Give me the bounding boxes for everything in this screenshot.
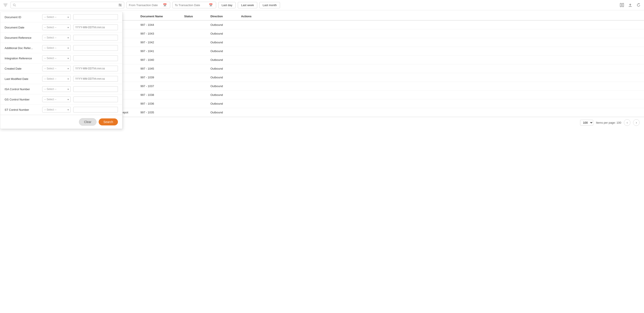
row-direction: Outbound [208, 102, 239, 105]
filter-row-created-date: Created Date-- Select --▾ [0, 64, 122, 74]
filter-select-document-reference[interactable]: -- Select --▾ [42, 35, 71, 41]
from-date-calendar-icon[interactable]: 📅 [163, 3, 167, 7]
svg-rect-12 [622, 3, 624, 7]
last-month-button[interactable]: Last month [260, 2, 280, 8]
row-doc-name: 997 - 1038 [138, 93, 182, 97]
row-doc-name: 997 - 1042 [138, 41, 182, 44]
filter-toggle-button[interactable] [2, 3, 8, 8]
from-date-input[interactable] [129, 4, 162, 7]
row-direction: Outbound [208, 93, 239, 97]
filter-label-isa-control-number: ISA Control Number [4, 88, 40, 91]
row-direction: Outbound [208, 85, 239, 88]
last-week-button[interactable]: Last week [238, 2, 257, 8]
filter-input-st-control-number[interactable] [73, 107, 118, 113]
filter-row-integration-reference: Integration Reference-- Select --▾ [0, 53, 122, 64]
col-header-6: Status [182, 15, 208, 18]
filter-input-integration-reference[interactable] [73, 55, 118, 61]
filter-input-document-date[interactable] [73, 25, 118, 30]
filter-input-gs-control-number[interactable] [73, 97, 118, 102]
filter-select-created-date[interactable]: -- Select --▾ [42, 66, 71, 71]
last-day-button[interactable]: Last day [218, 2, 236, 8]
filter-label-document-id: Document ID [4, 16, 40, 19]
next-page-button[interactable]: › [633, 119, 640, 126]
filter-label-integration-reference: Integration Reference [4, 57, 40, 60]
row-doc-name: 997 - 1040 [138, 58, 182, 62]
filter-input-created-date[interactable] [73, 66, 118, 71]
svg-point-9 [120, 5, 121, 6]
search-icon [13, 4, 16, 7]
filter-label-st-control-number: ST Control Number [4, 108, 40, 111]
row-direction: Outbound [208, 50, 239, 53]
page-size-select[interactable]: 100 50 25 [580, 120, 593, 126]
row-direction: Outbound [208, 111, 239, 114]
search-panel-footer: Clear Search [0, 115, 122, 129]
filter-row-gs-control-number: GS Control Number-- Select --▾ [0, 94, 122, 105]
filter-label-created-date: Created Date [4, 67, 40, 70]
row-direction: Outbound [208, 67, 239, 70]
toolbar: 📅 📅 Last day Last week Last month [0, 0, 644, 10]
row-doc-name: 997 - 1041 [138, 50, 182, 53]
filter-label-document-date: Document Date [4, 26, 40, 29]
filter-label-additional-doc-ref: Additional Doc Refer... [4, 46, 40, 50]
filter-input-document-id[interactable] [73, 14, 118, 20]
items-per-page-label: Items per page: 100 [596, 121, 621, 124]
row-doc-name: 997 - 1044 [138, 23, 182, 27]
filter-row-last-modified-date: Last Modified Date-- Select --▾ [0, 74, 122, 84]
row-direction: Outbound [208, 58, 239, 62]
row-doc-name: 997 - 1036 [138, 102, 182, 105]
svg-point-10 [121, 6, 122, 6]
filter-row-additional-doc-ref: Additional Doc Refer...-- Select --▾ [0, 43, 122, 53]
to-date-input[interactable] [175, 4, 208, 7]
filter-select-additional-doc-ref[interactable]: -- Select --▾ [42, 45, 71, 51]
filter-label-gs-control-number: GS Control Number [4, 98, 40, 101]
svg-point-3 [13, 4, 15, 6]
filter-input-additional-doc-ref[interactable] [73, 45, 118, 51]
svg-rect-11 [620, 3, 622, 7]
row-direction: Outbound [208, 41, 239, 44]
page-wrapper: 📅 📅 Last day Last week Last month [0, 0, 644, 313]
filter-select-last-modified-date[interactable]: -- Select --▾ [42, 76, 71, 82]
search-panel: Document ID-- Select --▾Document Date-- … [0, 12, 122, 129]
filter-select-document-date[interactable]: -- Select --▾ [42, 25, 71, 30]
svg-point-8 [119, 4, 120, 4]
prev-page-button[interactable]: ‹ [624, 119, 630, 126]
refresh-button[interactable] [636, 2, 642, 8]
row-direction: Outbound [208, 76, 239, 79]
col-header-5: Document Name [138, 15, 182, 18]
row-direction: Outbound [208, 32, 239, 35]
from-date-wrapper: 📅 [126, 2, 170, 8]
filter-row-st-control-number: ST Control Number-- Select --▾ [0, 105, 122, 115]
row-doc-name: 997 - 1035 [138, 111, 182, 114]
filter-input-last-modified-date[interactable] [73, 76, 118, 82]
filter-input-isa-control-number[interactable] [73, 86, 118, 92]
filter-row-document-date: Document Date-- Select --▾ [0, 22, 122, 33]
col-header-8: Actions [239, 15, 265, 18]
row-direction: Outbound [208, 23, 239, 27]
search-box [10, 2, 124, 8]
filter-input-document-reference[interactable] [73, 35, 118, 41]
filter-select-st-control-number[interactable]: -- Select --▾ [42, 107, 71, 113]
to-date-wrapper: 📅 [172, 2, 216, 8]
search-input[interactable] [17, 3, 117, 7]
upload-button[interactable] [628, 2, 633, 8]
columns-button[interactable] [619, 2, 625, 8]
search-options-button[interactable] [118, 3, 122, 7]
toolbar-right [619, 2, 642, 8]
to-date-calendar-icon[interactable]: 📅 [209, 3, 212, 7]
row-doc-name: 997 - 1039 [138, 76, 182, 79]
filter-select-isa-control-number[interactable]: -- Select --▾ [42, 86, 71, 92]
filter-row-document-reference: Document Reference-- Select --▾ [0, 33, 122, 43]
filter-row-document-id: Document ID-- Select --▾ [0, 12, 122, 22]
filter-label-last-modified-date: Last Modified Date [4, 77, 40, 81]
filter-row-isa-control-number: ISA Control Number-- Select --▾ [0, 84, 122, 94]
search-button[interactable]: Search [99, 118, 118, 125]
filter-select-document-id[interactable]: -- Select --▾ [42, 14, 71, 20]
search-panel-body: Document ID-- Select --▾Document Date-- … [0, 12, 122, 115]
filter-select-gs-control-number[interactable]: -- Select --▾ [42, 97, 71, 102]
clear-button[interactable]: Clear [79, 118, 96, 126]
row-doc-name: 997 - 1045 [138, 67, 182, 70]
row-doc-name: 997 - 1037 [138, 85, 182, 88]
filter-select-integration-reference[interactable]: -- Select --▾ [42, 55, 71, 61]
row-doc-name: 997 - 1043 [138, 32, 182, 35]
filter-label-document-reference: Document Reference [4, 36, 40, 39]
